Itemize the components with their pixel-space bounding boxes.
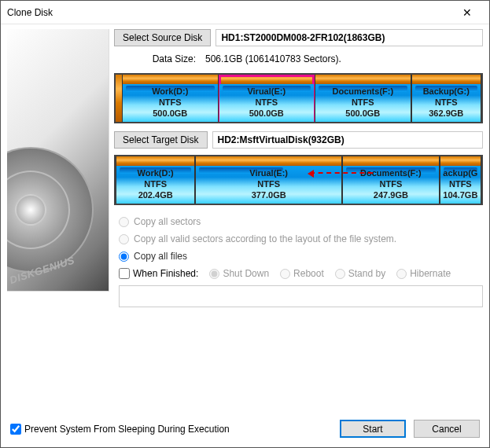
- source-disk-map[interactable]: Work(D:)NTFS500.0GBVirual(E:)NTFS500.0GB…: [114, 73, 483, 123]
- partition[interactable]: ackup(GNTFS104.7GB: [440, 156, 481, 204]
- target-disk-map[interactable]: Work(D:)NTFS202.4GBVirual(E:)NTFS377.0GB…: [114, 155, 483, 205]
- when-finished-standby-radio: Stand by: [335, 268, 385, 279]
- titlebar[interactable]: Clone Disk ✕: [1, 1, 489, 24]
- partition[interactable]: Work(D:)NTFS500.0GB: [122, 75, 219, 122]
- window-title: Clone Disk: [7, 7, 451, 18]
- copy-all-sectors-radio[interactable]: Copy all sectors: [119, 216, 483, 227]
- log-output: [119, 285, 483, 307]
- partition[interactable]: Work(D:)NTFS202.4GB: [116, 156, 195, 204]
- footer: Prevent System From Sleeping During Exec…: [1, 412, 489, 447]
- resize-arrow-icon: [310, 172, 373, 174]
- partition[interactable]: Documents(F:)NTFS247.9GB: [342, 156, 440, 204]
- hard-drive-illustration: DISKGENIUS: [7, 29, 109, 292]
- when-finished-hibernate-radio: Hibernate: [396, 268, 451, 279]
- select-target-disk-button[interactable]: Select Target Disk: [114, 131, 208, 149]
- when-finished-checkbox[interactable]: When Finished:: [119, 268, 198, 279]
- prevent-sleep-checkbox[interactable]: Prevent System From Sleeping During Exec…: [10, 424, 230, 435]
- select-source-disk-button[interactable]: Select Source Disk: [114, 29, 211, 46]
- dialog-body: DISKGENIUS Select Source Disk HD1:ST2000…: [1, 24, 489, 412]
- cancel-button[interactable]: Cancel: [414, 420, 480, 438]
- copy-options: Copy all sectors Copy all valid sectors …: [114, 213, 483, 307]
- close-icon[interactable]: ✕: [451, 6, 483, 19]
- copy-valid-sectors-radio[interactable]: Copy all valid sectors according to the …: [119, 233, 483, 244]
- partition[interactable]: Virual(E:)NTFS377.0GB: [195, 156, 342, 204]
- data-size-value: 506.1GB (1061410783 Sectors).: [201, 51, 483, 67]
- main-panel: Select Source Disk HD1:ST2000DM008-2FR10…: [114, 29, 483, 412]
- clone-disk-dialog: Clone Disk ✕ DISKGENIUS Select Source Di…: [0, 0, 490, 448]
- copy-all-files-radio[interactable]: Copy all files: [119, 251, 483, 262]
- target-disk-field: HD2:MsftVirtualDisk(932GB): [212, 131, 484, 149]
- source-disk-field: HD1:ST2000DM008-2FR102(1863GB): [216, 29, 483, 46]
- partition[interactable]: Virual(E:)NTFS500.0GB: [219, 75, 315, 122]
- start-button[interactable]: Start: [340, 420, 406, 438]
- partition[interactable]: Documents(F:)NTFS500.0GB: [315, 75, 411, 122]
- partition[interactable]: Backup(G:)NTFS362.9GB: [411, 75, 481, 122]
- when-finished-reboot-radio: Reboot: [280, 268, 324, 279]
- when-finished-shutdown-radio: Shut Down: [209, 268, 269, 279]
- data-size-label: Data Size:: [114, 53, 201, 64]
